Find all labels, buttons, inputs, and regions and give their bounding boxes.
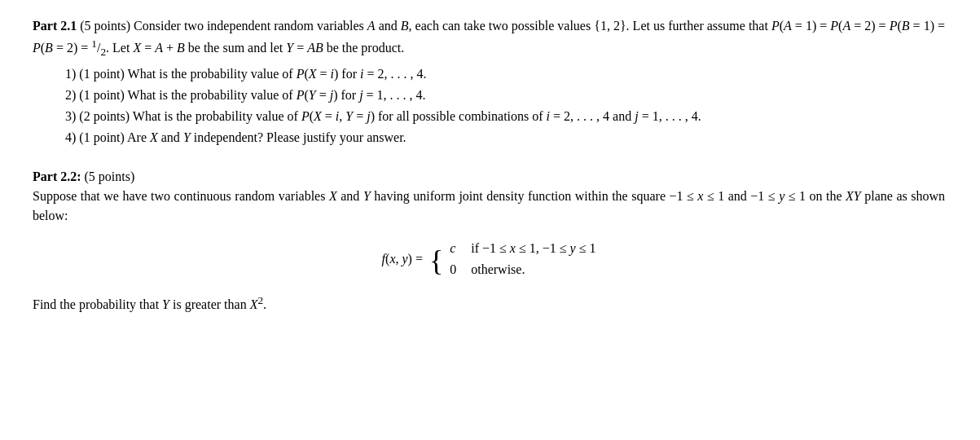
case1-cond: if −1 ≤ x ≤ 1, −1 ≤ y ≤ 1 <box>471 239 595 258</box>
part-2-2: Part 2.2: (5 points) Suppose that we hav… <box>33 167 945 315</box>
sub-q2-number: 2) <box>65 88 79 102</box>
part1-points: (5 points) <box>80 19 134 33</box>
sub-question-2: 2) (1 point) What is the probability val… <box>65 86 945 105</box>
page-content: Part 2.1 (5 points) Consider two indepen… <box>33 16 945 315</box>
part2-title-line: Part 2.2: (5 points) <box>33 167 945 187</box>
part1-subquestions: 1) (1 point) What is the probability val… <box>65 64 945 147</box>
part1-title: Part 2.1 <box>33 19 77 33</box>
brace-container: { c if −1 ≤ x ≤ 1, −1 ≤ y ≤ 1 0 otherwis… <box>429 239 595 279</box>
big-brace-icon: { <box>429 246 443 275</box>
sub-q4-text: (1 point) Are X and Y independent? Pleas… <box>79 130 406 144</box>
part-2-1: Part 2.1 (5 points) Consider two indepen… <box>33 16 945 147</box>
sub-question-3: 3) (2 points) What is the probability va… <box>65 107 945 126</box>
part2-intro-text: Suppose that we have two continuous rand… <box>33 187 945 226</box>
sub-question-4: 4) (1 point) Are X and Y independent? Pl… <box>65 128 945 147</box>
case2-val: 0 <box>450 260 461 279</box>
sub-question-1: 1) (1 point) What is the probability val… <box>65 64 945 84</box>
sub-q1-number: 1) <box>65 67 79 81</box>
cases-row-2: 0 otherwise. <box>450 260 595 279</box>
sub-q4-number: 4) <box>65 130 79 144</box>
formula-lhs: f(x, y) = <box>382 249 423 269</box>
cases-rows: c if −1 ≤ x ≤ 1, −1 ≤ y ≤ 1 0 otherwise. <box>450 239 595 279</box>
sub-q3-number: 3) <box>65 109 79 123</box>
sub-q3-text: (2 points) What is the probability value… <box>79 109 701 123</box>
formula-table: f(x, y) = { c if −1 ≤ x ≤ 1, −1 ≤ y ≤ 1 … <box>382 239 596 279</box>
formula-block: f(x, y) = { c if −1 ≤ x ≤ 1, −1 ≤ y ≤ 1 … <box>33 239 945 279</box>
cases-row-1: c if −1 ≤ x ≤ 1, −1 ≤ y ≤ 1 <box>450 239 595 258</box>
part1-intro-text: Consider two independent random variable… <box>33 19 945 55</box>
part2-title: Part 2.2: <box>33 169 81 183</box>
case1-val: c <box>450 239 461 258</box>
part2-points: (5 points) <box>85 169 135 183</box>
sub-q1-text: (1 point) What is the probability value … <box>79 67 426 81</box>
part1-intro-paragraph: Part 2.1 (5 points) Consider two indepen… <box>33 16 945 61</box>
sub-q2-text: (1 point) What is the probability value … <box>79 88 425 102</box>
find-probability-text: Find the probability that Y is greater t… <box>33 293 945 315</box>
case2-cond: otherwise. <box>471 260 525 279</box>
